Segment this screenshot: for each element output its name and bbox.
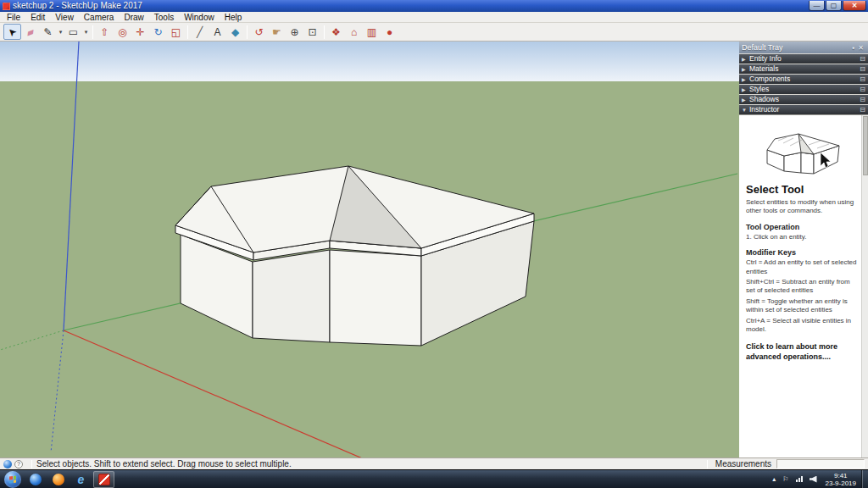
tray-section-styles[interactable]: ▶Styles⊟ xyxy=(739,85,868,94)
taskbar-clock[interactable]: 9:41 23-9-2019 xyxy=(826,472,856,487)
pushpull-tool[interactable]: ⇧ xyxy=(96,24,114,40)
globe-icon[interactable] xyxy=(3,460,12,469)
instructor-intro: Select entities to modify when using oth… xyxy=(746,198,858,216)
scale-tool[interactable]: ◱ xyxy=(167,24,185,40)
offset-tool[interactable]: ◎ xyxy=(114,24,131,40)
system-tray: ▴ ⚐ 9:41 23-9-2019 xyxy=(769,470,868,488)
measurements-field[interactable] xyxy=(776,459,865,469)
taskbar-firefox[interactable] xyxy=(47,471,69,488)
toolbar: ➤▰✎▾▭▾⇧◎✛↻◱╱A◆↺☛⊕⊡❖⌂▥● xyxy=(0,23,868,42)
tray-section-instructor[interactable]: ▼Instructor⊟ xyxy=(739,105,868,114)
tray-section-materials[interactable]: ▶Materials⊟ xyxy=(739,64,868,74)
select-tool[interactable]: ➤ xyxy=(3,24,21,40)
shapes-tool-dropdown[interactable]: ▾ xyxy=(82,24,90,40)
3d-warehouse-button[interactable]: ⌂ xyxy=(345,24,363,40)
network-icon[interactable] xyxy=(796,476,803,482)
app-icon xyxy=(3,3,10,10)
tray-section-label: Shadows xyxy=(749,95,860,104)
tray-section-entity-info[interactable]: ▶Entity Info⊟ xyxy=(739,54,868,64)
volume-icon[interactable] xyxy=(810,476,817,483)
instructor-scrollbar[interactable] xyxy=(861,115,868,458)
menu-help[interactable]: Help xyxy=(220,12,248,23)
move-icon: ✛ xyxy=(136,27,144,37)
pushpull-icon: ⇧ xyxy=(100,27,108,37)
instructor-modifier-item: Shift = Toggle whether an entity is with… xyxy=(746,297,858,315)
minimize-button[interactable]: — xyxy=(809,1,825,11)
taskbar-media-player[interactable] xyxy=(25,471,46,488)
start-button[interactable] xyxy=(4,471,21,488)
extension-warehouse-button[interactable]: ❖ xyxy=(327,24,345,40)
tray-section-label: Materials xyxy=(749,64,860,74)
viewport[interactable] xyxy=(0,42,739,458)
chevron-right-icon: ▶ xyxy=(742,66,749,72)
window-title: sketchup 2 - SketchUp Make 2017 xyxy=(13,0,809,12)
help-icon[interactable]: ? xyxy=(14,460,23,469)
model-info-button[interactable]: ● xyxy=(381,24,398,40)
zoom-extents-tool[interactable]: ⊡ xyxy=(303,24,321,40)
paint-bucket-tool[interactable]: ◆ xyxy=(226,24,244,40)
status-hint: Select objects. Shift to extend select. … xyxy=(36,459,703,469)
title-bar[interactable]: sketchup 2 - SketchUp Make 2017 — ▢ ✕ xyxy=(0,0,868,12)
menu-tools[interactable]: Tools xyxy=(149,12,179,23)
orbit-icon: ↺ xyxy=(254,27,263,37)
tray-header[interactable]: Default Tray ▪ ✕ xyxy=(739,42,868,53)
menu-camera[interactable]: Camera xyxy=(79,12,120,23)
section-options-icon[interactable]: ⊟ xyxy=(860,75,865,83)
instructor-content: Select Tool Select entities to modify wh… xyxy=(739,115,868,367)
section-options-icon[interactable]: ⊟ xyxy=(860,96,865,103)
instructor-more-link[interactable]: Click to learn about more advanced opera… xyxy=(746,342,858,362)
section-options-icon[interactable]: ⊟ xyxy=(860,106,865,114)
clock-time: 9:41 xyxy=(826,472,856,480)
layout-button[interactable]: ▥ xyxy=(363,24,381,40)
offset-icon: ◎ xyxy=(118,27,126,37)
model-wall-front-right[interactable] xyxy=(330,250,421,346)
eraser-icon: ▰ xyxy=(25,25,36,37)
taskbar-sketchup[interactable] xyxy=(93,471,114,488)
line-tool[interactable]: ✎ xyxy=(39,24,57,40)
eraser-tool[interactable]: ▰ xyxy=(21,24,39,40)
tray-pin-icon[interactable]: ▪ xyxy=(850,44,856,52)
instructor-operation-steps: 1. Click on an entity. xyxy=(746,233,858,241)
tray-section-shadows[interactable]: ▶Shadows⊟ xyxy=(739,95,868,104)
tray-section-label: Entity Info xyxy=(749,54,860,64)
model-wall-notch[interactable] xyxy=(253,250,330,342)
section-options-icon[interactable]: ⊟ xyxy=(860,65,865,73)
menu-window[interactable]: Window xyxy=(179,12,220,23)
tray-close-icon[interactable]: ✕ xyxy=(856,44,865,52)
chevron-right-icon: ▶ xyxy=(742,97,749,103)
instructor-modifier-title: Modifier Keys xyxy=(746,248,858,257)
menu-file[interactable]: File xyxy=(2,12,25,23)
tray-section-components[interactable]: ▶Components⊟ xyxy=(739,75,868,84)
zoom-tool[interactable]: ⊕ xyxy=(286,24,303,40)
text-icon: A xyxy=(214,27,220,37)
text-tool[interactable]: A xyxy=(209,24,226,40)
select-icon: ➤ xyxy=(6,25,19,39)
scrollbar-thumb[interactable] xyxy=(863,116,868,175)
taskbar-internet-explorer[interactable] xyxy=(70,471,92,488)
section-options-icon[interactable]: ⊟ xyxy=(860,86,865,93)
menu-bar: FileEditViewCameraDrawToolsWindowHelp xyxy=(0,12,868,23)
toolbar-separator xyxy=(324,25,325,39)
close-button[interactable]: ✕ xyxy=(843,1,866,11)
pan-tool[interactable]: ☛ xyxy=(268,24,286,40)
section-options-icon[interactable]: ⊟ xyxy=(860,55,865,63)
rotate-icon: ↻ xyxy=(153,27,162,37)
action-center-flag-icon[interactable]: ⚐ xyxy=(782,475,788,483)
scale-icon: ◱ xyxy=(171,27,181,37)
maximize-button[interactable]: ▢ xyxy=(826,1,842,11)
menu-draw[interactable]: Draw xyxy=(119,12,148,23)
move-tool[interactable]: ✛ xyxy=(131,24,149,40)
orbit-tool[interactable]: ↺ xyxy=(250,24,268,40)
shapes-tool[interactable]: ▭ xyxy=(64,24,82,40)
rotate-tool[interactable]: ↻ xyxy=(149,24,167,40)
show-desktop-button[interactable] xyxy=(861,470,868,488)
menu-edit[interactable]: Edit xyxy=(25,12,50,23)
menu-view[interactable]: View xyxy=(50,12,79,23)
tray-section-label: Styles xyxy=(749,85,860,94)
line-tool-dropdown[interactable]: ▾ xyxy=(57,24,64,40)
tray-sections: ▶Entity Info⊟▶Materials⊟▶Components⊟▶Sty… xyxy=(739,53,868,114)
tray-section-label: Instructor xyxy=(749,105,860,114)
viewport-canvas[interactable] xyxy=(0,42,739,458)
tape-measure-tool[interactable]: ╱ xyxy=(191,24,209,40)
hidden-icons-button[interactable]: ▴ xyxy=(772,475,776,483)
